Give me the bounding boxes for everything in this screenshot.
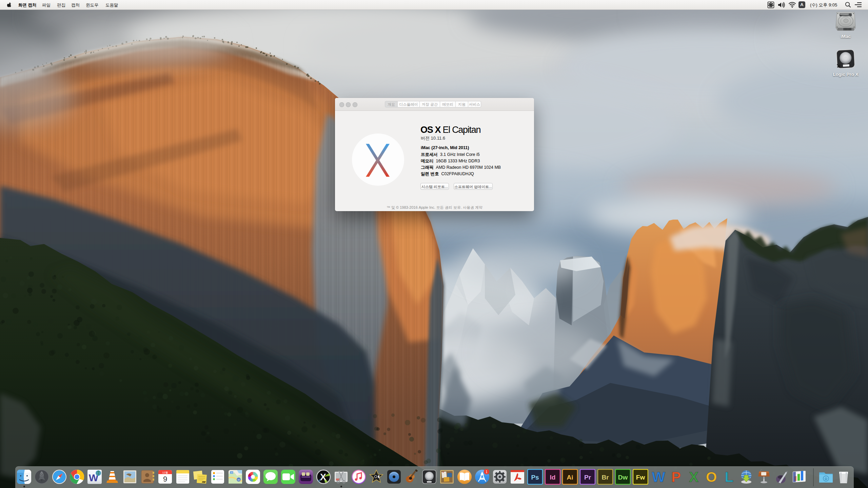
svg-text:3D: 3D [237,479,240,481]
svg-text:12월: 12월 [162,471,168,474]
svg-text:280: 280 [230,472,233,474]
svg-text:X: X [689,469,698,485]
svg-text:Dw: Dw [618,474,628,481]
svg-text:Pr: Pr [584,474,591,481]
svg-text:Br: Br [601,474,609,481]
svg-text:O: O [706,469,717,485]
svg-text:W: W [652,469,665,485]
svg-text:1: 1 [486,470,488,474]
svg-text:Id: Id [550,474,556,481]
svg-text:P: P [671,469,681,485]
svg-text:Ai: Ai [567,474,573,481]
svg-text:X: X [320,472,326,482]
svg-text:9: 9 [163,475,167,483]
svg-text:Ps: Ps [531,474,539,481]
svg-text:Fw: Fw [636,474,645,481]
svg-text:L: L [725,469,733,485]
